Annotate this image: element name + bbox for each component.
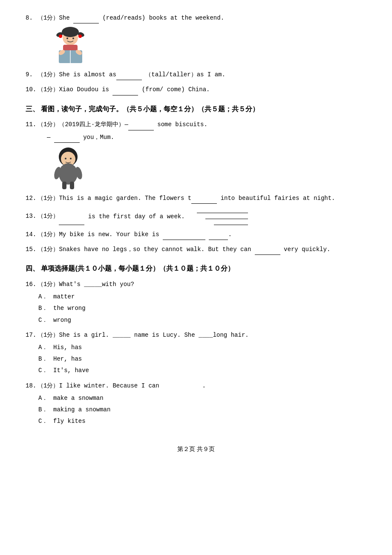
q15-num: 15. <box>26 244 37 255</box>
svg-point-17 <box>59 163 78 185</box>
q9-score: （1分） <box>37 69 59 80</box>
question-11: 11. （1分） （2019四上·龙华期中）— some biscuits. —… <box>26 119 366 188</box>
q16-num: 16. <box>26 279 37 290</box>
q12-blank[interactable] <box>191 197 217 204</box>
q14-text: My bike is new. Your bike is . <box>59 229 366 240</box>
q18-optB-text: making a snowman <box>53 405 110 415</box>
q10-text: Xiao Doudou is (from/ come) China. <box>59 84 366 95</box>
q14-blank2[interactable] <box>209 233 228 240</box>
q18-optA-text: make a snowman <box>53 393 104 404</box>
svg-point-5 <box>78 35 82 38</box>
q16-optA[interactable]: A． matter <box>38 292 366 302</box>
question-12: 12. （1分） This is a magic garden. The flo… <box>26 193 366 204</box>
q18-optA[interactable]: A． make a snowman <box>38 393 366 404</box>
question-13: 13. （1分） is the first day of a week. <box>26 208 366 225</box>
q10-blank[interactable] <box>112 89 138 95</box>
q17-optA-text: His, has <box>53 342 82 353</box>
q12-num: 12. <box>26 193 37 204</box>
svg-rect-20 <box>62 182 66 189</box>
q16-optA-text: matter <box>53 292 75 302</box>
q11-text: （2019四上·龙华期中）— some biscuits. <box>59 119 366 130</box>
q14-num: 14. <box>26 229 37 240</box>
svg-point-11 <box>66 38 68 39</box>
q16-text: What's _____with you? <box>59 279 366 290</box>
q16-score: （1分） <box>37 279 59 290</box>
q12-score: （1分） <box>37 193 59 204</box>
page-content: 8. （1分） She (read/reads) books at the we… <box>26 13 366 455</box>
question-9: 9. （1分） She is almost as （tall/taller）as… <box>26 69 366 80</box>
q17-optC[interactable]: C． It's, have <box>38 365 366 376</box>
q14-blank1[interactable] <box>163 233 205 240</box>
svg-rect-21 <box>70 182 74 189</box>
q9-text: She is almost as （tall/taller）as I am. <box>59 69 366 80</box>
q13-num: 13. <box>26 211 37 222</box>
q17-optA[interactable]: A． His, has <box>38 342 366 353</box>
q11-num: 11. <box>26 119 37 130</box>
q18-num: 18. <box>26 381 37 391</box>
question-10: 10. （1分） Xiao Doudou is (from/ come) Chi… <box>26 84 366 95</box>
q8-score: （1分） <box>37 13 59 23</box>
child-character-image <box>47 146 89 189</box>
q17-optC-letter: C． <box>38 365 53 376</box>
q13-text: is the first day of a week. <box>59 208 366 225</box>
q17-optB-text: Her, has <box>53 354 82 364</box>
q17-optC-text: It's, have <box>53 365 89 376</box>
q12-text: This is a magic garden. The flowers t in… <box>59 193 366 204</box>
q15-text: Snakes have no legs，so they cannot walk.… <box>59 244 366 255</box>
q10-score: （1分） <box>37 84 59 95</box>
svg-point-1 <box>62 27 79 37</box>
q18-optC[interactable]: C． fly kites <box>38 416 366 427</box>
question-18: 18. （1分） I like winter. Because I can . … <box>26 381 366 427</box>
q8-num: 8. <box>26 13 37 23</box>
question-15: 15. （1分） Snakes have no legs，so they can… <box>26 244 366 255</box>
q17-num: 17. <box>26 330 37 341</box>
q11-blank2[interactable] <box>54 136 80 143</box>
q17-optB-letter: B． <box>38 354 53 364</box>
girl-reading-image <box>47 27 94 65</box>
section-3: 三、 看图，读句子，完成句子。（共５小题，每空１分）（共５题；共５分） 11. … <box>26 103 366 255</box>
q13-blank[interactable] <box>59 218 84 225</box>
q18-optC-letter: C． <box>38 416 53 427</box>
svg-point-15 <box>65 158 66 159</box>
svg-point-16 <box>70 158 72 159</box>
q16-optC[interactable]: C． wrong <box>38 315 366 326</box>
q16-optB-letter: B． <box>38 303 53 314</box>
q8-blank[interactable] <box>73 17 99 23</box>
q14-score: （1分） <box>37 229 59 240</box>
q18-optB[interactable]: B． making a snowman <box>38 405 366 415</box>
q17-optB[interactable]: B． Her, has <box>38 354 366 364</box>
question-17: 17. （1分） She is a girl. _____ name is Lu… <box>26 330 366 376</box>
question-16: 16. （1分） What's _____with you? A． matter… <box>26 279 366 326</box>
q16-optC-letter: C． <box>38 315 53 326</box>
q9-blank[interactable] <box>116 73 142 80</box>
q18-optB-letter: B． <box>38 405 53 415</box>
q16-optA-letter: A． <box>38 292 53 302</box>
svg-point-12 <box>72 38 74 39</box>
q13-score: （1分） <box>37 211 59 222</box>
q15-score: （1分） <box>37 244 59 255</box>
q17-score: （1分） <box>37 330 59 341</box>
q16-optB-text: the wrong <box>53 303 86 314</box>
line-group <box>197 208 248 225</box>
q18-score: （1分） <box>37 381 59 391</box>
q18-optA-letter: A． <box>38 393 53 404</box>
q18-text: I like winter. Because I can . <box>59 381 366 391</box>
svg-point-4 <box>59 35 62 38</box>
q11-score: （1分） <box>37 119 59 130</box>
q11-subline: — you，Mum. <box>47 132 366 143</box>
q11-blank1[interactable] <box>128 124 154 130</box>
q17-optA-letter: A． <box>38 342 53 353</box>
q18-optC-text: fly kites <box>53 416 86 427</box>
q16-optB[interactable]: B． the wrong <box>38 303 366 314</box>
question-8: 8. （1分） She (read/reads) books at the we… <box>26 13 366 65</box>
q8-text: She (read/reads) books at the weekend. <box>59 13 366 23</box>
q16-optC-text: wrong <box>53 315 71 326</box>
section4-title: 四、 单项选择题(共１０小题，每小题１分）（共１０题；共１０分） <box>26 263 366 275</box>
page-footer: 第２页 共９页 <box>26 444 366 454</box>
question-14: 14. （1分） My bike is new. Your bike is . <box>26 229 366 240</box>
q10-num: 10. <box>26 84 37 95</box>
q9-num: 9. <box>26 69 37 80</box>
section3-title: 三、 看图，读句子，完成句子。（共５小题，每空１分）（共５题；共５分） <box>26 103 366 116</box>
q15-blank[interactable] <box>255 248 280 255</box>
section-4: 四、 单项选择题(共１０小题，每小题１分）（共１０题；共１０分） 16. （1分… <box>26 263 366 427</box>
